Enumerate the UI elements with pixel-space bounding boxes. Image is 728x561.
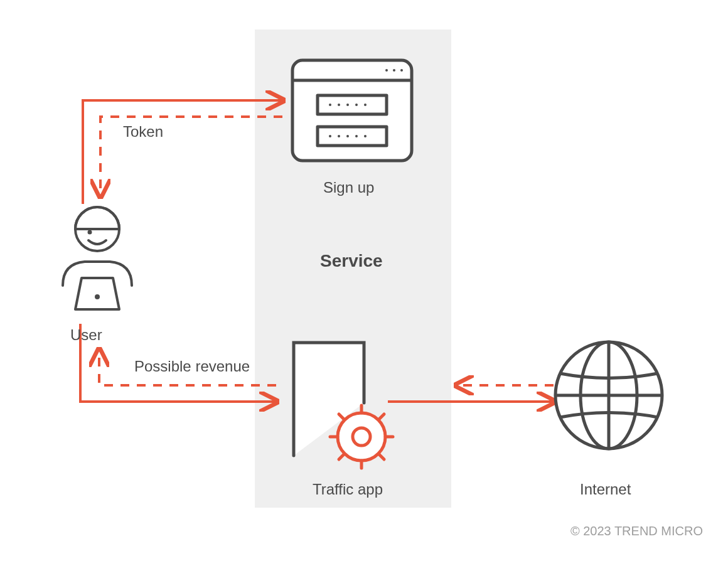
label-token: Token [123,123,163,141]
svg-point-17 [346,135,349,137]
label-possible-revenue: Possible revenue [134,358,250,375]
svg-line-26 [378,414,384,420]
svg-line-28 [378,454,384,459]
label-service: Service [320,251,383,271]
svg-point-18 [355,135,358,137]
svg-point-1 [89,232,91,233]
svg-point-11 [338,104,340,106]
label-traffic-app: Traffic app [313,481,383,498]
label-user: User [70,326,102,344]
copyright-text: © 2023 TREND MICRO [570,524,703,538]
diagram-stage: Token User Sign up Service Possible reve… [0,0,728,561]
svg-point-10 [329,104,331,106]
svg-point-6 [393,69,395,72]
svg-point-21 [353,428,370,446]
diagram-svg [0,0,728,561]
svg-point-12 [346,104,349,106]
svg-point-5 [385,69,388,72]
svg-point-19 [364,135,367,137]
svg-point-14 [364,104,367,106]
svg-point-15 [329,135,331,137]
label-signup: Sign up [323,179,374,196]
svg-point-7 [400,69,403,72]
svg-point-13 [355,104,358,106]
signup-icon [292,60,412,161]
label-internet: Internet [580,481,631,498]
user-icon [63,207,132,309]
svg-point-2 [96,296,99,298]
svg-point-16 [338,135,340,137]
svg-rect-9 [318,127,387,146]
traffic-app-icon [294,343,393,468]
internet-icon [555,342,662,449]
svg-line-29 [339,454,345,459]
svg-rect-8 [318,95,387,114]
